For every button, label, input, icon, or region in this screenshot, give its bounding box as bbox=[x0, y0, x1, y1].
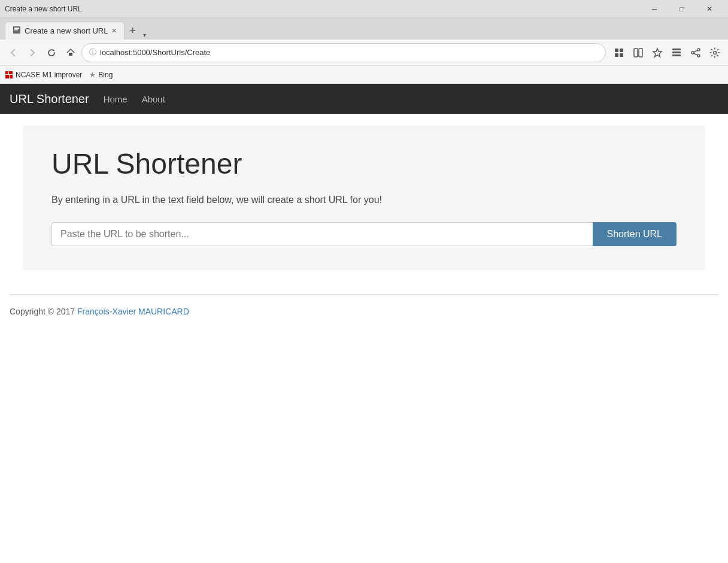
svg-rect-21 bbox=[9, 71, 13, 74]
address-text: localhost:5000/ShortUrls/Create bbox=[100, 48, 598, 57]
svg-line-18 bbox=[694, 53, 697, 55]
author-link[interactable]: François-Xavier MAURICARD bbox=[77, 307, 189, 316]
extensions-button[interactable] bbox=[611, 44, 627, 61]
toolbar-icons bbox=[611, 44, 723, 61]
svg-rect-13 bbox=[672, 55, 681, 56]
settings-button[interactable] bbox=[706, 44, 723, 61]
nav-link-home[interactable]: Home bbox=[104, 92, 128, 107]
window-title-left: Create a new short URL bbox=[5, 5, 82, 13]
main-content: URL Shortener By entering in a URL in th… bbox=[0, 114, 728, 294]
page-description: By entering in a URL in the text field b… bbox=[51, 195, 677, 205]
collections-button[interactable] bbox=[668, 44, 685, 61]
footer: Copyright © 2017 François-Xavier MAURICA… bbox=[0, 295, 728, 328]
svg-rect-22 bbox=[5, 75, 9, 78]
url-input[interactable] bbox=[51, 222, 593, 246]
home-button[interactable] bbox=[62, 44, 79, 61]
svg-point-14 bbox=[697, 49, 700, 51]
svg-point-15 bbox=[691, 52, 694, 54]
nav-link-about[interactable]: About bbox=[142, 92, 165, 107]
maximize-button[interactable]: □ bbox=[668, 0, 696, 18]
shorten-url-button[interactable]: Shorten URL bbox=[593, 222, 677, 246]
svg-marker-10 bbox=[653, 49, 662, 57]
svg-rect-20 bbox=[5, 71, 8, 74]
svg-rect-5 bbox=[620, 49, 623, 52]
svg-rect-9 bbox=[639, 49, 642, 57]
window-controls: ─ □ ✕ bbox=[641, 0, 723, 18]
minimize-button[interactable]: ─ bbox=[641, 0, 668, 18]
tab-nav: ▾ bbox=[141, 31, 148, 40]
close-button[interactable]: ✕ bbox=[696, 0, 723, 18]
svg-rect-7 bbox=[620, 53, 623, 57]
favorites-bar: NCASE M1 improver ★ Bing bbox=[0, 66, 728, 84]
toolbar: ⓘ localhost:5000/ShortUrls/Create bbox=[0, 40, 728, 66]
svg-rect-11 bbox=[672, 49, 681, 50]
svg-rect-4 bbox=[615, 49, 618, 52]
svg-rect-8 bbox=[634, 49, 638, 57]
fav-label-bing: Bing bbox=[98, 71, 113, 79]
url-input-group: Shorten URL bbox=[51, 222, 677, 246]
svg-rect-6 bbox=[615, 53, 618, 57]
tab-nav-chevron[interactable]: ▾ bbox=[141, 31, 148, 40]
forward-button[interactable] bbox=[24, 44, 41, 61]
tab-label: Create a new short URL bbox=[25, 26, 108, 35]
fav-item-ncase[interactable]: NCASE M1 improver bbox=[5, 71, 82, 79]
app-brand[interactable]: URL Shortener bbox=[10, 92, 89, 106]
svg-rect-1 bbox=[14, 28, 19, 29]
share-button[interactable] bbox=[687, 44, 704, 61]
fav-item-bing[interactable]: ★ Bing bbox=[89, 71, 113, 79]
svg-rect-2 bbox=[14, 29, 18, 31]
reading-view-button[interactable] bbox=[630, 44, 647, 61]
svg-rect-12 bbox=[672, 52, 681, 53]
fav-star-icon: ★ bbox=[89, 71, 96, 79]
svg-rect-23 bbox=[10, 75, 13, 78]
svg-point-16 bbox=[697, 55, 700, 57]
svg-line-17 bbox=[694, 50, 697, 52]
fav-label-ncase: NCASE M1 improver bbox=[16, 71, 82, 79]
favorites-button[interactable] bbox=[649, 44, 666, 61]
back-button[interactable] bbox=[5, 44, 22, 61]
refresh-button[interactable] bbox=[43, 44, 60, 61]
address-bar[interactable]: ⓘ localhost:5000/ShortUrls/Create bbox=[81, 43, 606, 62]
svg-rect-3 bbox=[69, 53, 72, 56]
window-title-text: Create a new short URL bbox=[5, 5, 82, 13]
tab-bar: Create a new short URL ✕ + ▾ bbox=[0, 18, 728, 40]
tab-close-icon[interactable]: ✕ bbox=[111, 27, 117, 35]
page-heading: URL Shortener bbox=[51, 147, 677, 180]
svg-point-19 bbox=[714, 51, 717, 54]
window-title-bar: Create a new short URL ─ □ ✕ bbox=[0, 0, 728, 18]
jumbotron: URL Shortener By entering in a URL in th… bbox=[23, 126, 705, 270]
tab-page-icon bbox=[13, 26, 21, 36]
new-tab-button[interactable]: + bbox=[125, 22, 141, 40]
app-navbar: URL Shortener Home About bbox=[0, 84, 728, 114]
lock-icon: ⓘ bbox=[89, 47, 96, 57]
active-tab[interactable]: Create a new short URL ✕ bbox=[5, 22, 125, 40]
copyright-text: Copyright © 2017 bbox=[10, 307, 77, 316]
